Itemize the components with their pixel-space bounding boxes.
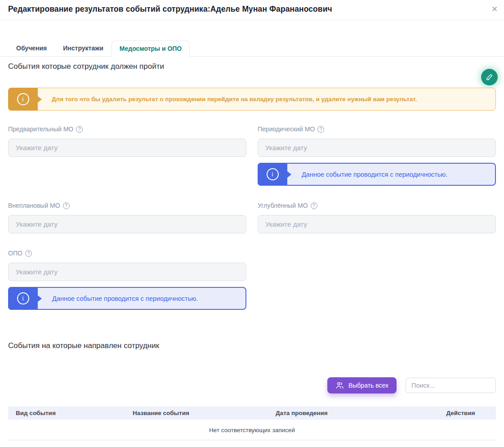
warning-banner-text: Для того что бы удалить результат о прох…: [52, 96, 417, 103]
pencil-icon: [486, 73, 493, 81]
field-label: Предварительный МО ?: [8, 125, 246, 133]
empty-row: Нет соответствующих записей: [8, 420, 496, 440]
help-icon[interactable]: ?: [25, 250, 32, 257]
tab-instruktazhi[interactable]: Инструктажи: [55, 40, 112, 56]
help-icon[interactable]: ?: [317, 126, 324, 133]
field-label-text: ОПО: [8, 250, 22, 257]
info-icon: i: [17, 93, 29, 105]
modal-header: Редактирование результатов событий сотру…: [0, 0, 504, 20]
edit-button[interactable]: [481, 69, 498, 85]
search-input[interactable]: [406, 378, 496, 393]
field-opo: ОПО ? i Данное событие проводится с пери…: [8, 250, 246, 310]
tab-medosmotry-i-opo[interactable]: Медосмотры и ОПО: [112, 40, 190, 57]
field-uglublyonny-mo: Углублённый МО ?: [258, 202, 496, 233]
field-label-text: Внеплановый МО: [8, 202, 60, 209]
field-label-text: Периодический МО: [258, 125, 315, 133]
column-header-actions: Действия: [425, 407, 496, 420]
page-title: Редактирование результатов событий сотру…: [8, 4, 496, 14]
note-banner-text: Данное событие проводится с периодичност…: [302, 171, 447, 178]
field-label-text: Углублённый МО: [258, 202, 308, 209]
table-controls: Выбрать всех: [8, 377, 496, 393]
people-icon: [335, 381, 344, 390]
warning-icon-block: i: [8, 88, 38, 111]
select-all-label: Выбрать всех: [348, 382, 388, 389]
required-events-heading: События которые сотрудник должен пройти: [8, 62, 496, 71]
column-header-event-date: Дата проведения: [268, 407, 425, 420]
select-all-button[interactable]: Выбрать всех: [327, 377, 397, 393]
field-label: ОПО ?: [8, 250, 246, 257]
date-input-predvaritelny-mo[interactable]: [8, 139, 246, 157]
field-vneplanovy-mo: Внеплановый МО ?: [8, 202, 246, 233]
note-banner-text: Данное событие проводится с периодичност…: [52, 295, 198, 302]
periodicity-note-banner: i Данное событие проводится с периодично…: [258, 163, 496, 186]
periodicity-note-banner: i Данное событие проводится с периодично…: [8, 287, 246, 310]
info-icon: i: [267, 168, 279, 180]
assigned-events-table: Вид события Название события Дата провед…: [8, 407, 496, 440]
help-icon[interactable]: ?: [311, 202, 317, 209]
info-icon-block: i: [8, 287, 38, 310]
date-input-uglublyonny-mo[interactable]: [258, 215, 496, 233]
info-icon: i: [17, 292, 29, 304]
help-icon[interactable]: ?: [63, 202, 70, 209]
help-icon[interactable]: ?: [76, 126, 83, 133]
field-label: Периодический МО ?: [258, 125, 496, 133]
field-label: Углублённый МО ?: [258, 202, 496, 209]
required-events-section: События которые сотрудник должен пройти: [8, 62, 496, 71]
field-periodichesky-mo: Периодический МО ? i Данное событие пров…: [258, 125, 496, 186]
field-predvaritelny-mo: Предварительный МО ?: [8, 125, 246, 157]
date-input-opo[interactable]: [8, 263, 246, 281]
date-input-vneplanovy-mo[interactable]: [8, 215, 246, 233]
info-icon-block: i: [258, 163, 287, 186]
table-header-row: Вид события Название события Дата провед…: [8, 407, 496, 420]
tab-content: События которые сотрудник должен пройти …: [0, 62, 504, 440]
close-icon[interactable]: ✕: [490, 4, 500, 14]
warning-banner: i Для того что бы удалить результат о пр…: [8, 88, 496, 111]
medical-exams-form: Предварительный МО ? Периодический МО ? …: [8, 125, 496, 310]
field-label: Внеплановый МО ?: [8, 202, 246, 209]
assigned-events-heading: События на которые направлен сотрудник: [8, 341, 496, 350]
tab-bar: Обучения Инструктажи Медосмотры и ОПО: [0, 40, 504, 57]
date-input-periodichesky-mo[interactable]: [258, 139, 496, 157]
column-header-event-name: Название события: [125, 407, 268, 420]
field-label-text: Предварительный МО: [8, 125, 73, 133]
empty-message: Нет соответствующих записей: [8, 420, 496, 440]
column-header-event-type: Вид события: [8, 407, 125, 420]
tab-obucheniya[interactable]: Обучения: [8, 40, 55, 56]
